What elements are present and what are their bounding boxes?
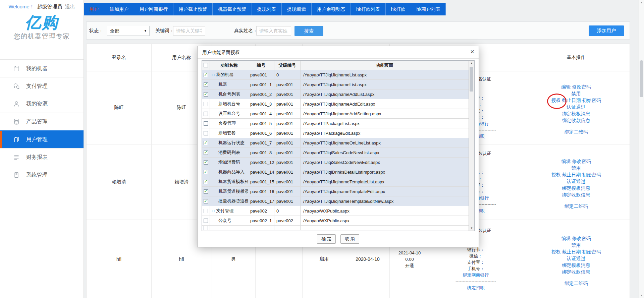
feature-name: 支付管理 — [216, 208, 233, 214]
row-checkbox[interactable] — [204, 82, 208, 87]
op-link[interactable]: 绑定二维码 — [522, 280, 630, 287]
system-icon — [13, 171, 20, 179]
op-link[interactable]: 认证通过 — [522, 104, 630, 110]
nav-tab-11[interactable]: hk商户列表 — [411, 3, 446, 15]
feature-code: pave001_6 — [248, 128, 274, 138]
row-checkbox[interactable] — [204, 226, 208, 230]
feature-code: pave001_4 — [248, 109, 274, 118]
row-checkbox[interactable] — [204, 209, 208, 213]
row-checkbox[interactable] — [204, 170, 208, 174]
scroll-down-icon[interactable]: ▼ — [469, 227, 474, 230]
feature-page: /Yaoyao/TTJiqiJiqinameAddList.aspx — [301, 90, 469, 99]
op-link[interactable]: 绑定二维码 — [522, 203, 630, 210]
parent-code: pave001 — [274, 109, 301, 118]
nav-tab-8[interactable]: 用户余额动态 — [312, 3, 351, 15]
welcome-text: Welcome！ — [8, 4, 34, 9]
page-scroll-up-icon[interactable]: ▲ — [639, 1, 644, 4]
feature-page: /Yaoyao/TTJiqiJiqinameList.aspx — [301, 70, 469, 79]
expire-line: 0.00 — [389, 256, 430, 262]
row-checkbox[interactable] — [204, 141, 208, 145]
sidebar-item-3[interactable]: 我的资源 — [0, 95, 84, 113]
scrollbar-thumb[interactable] — [470, 67, 473, 92]
op-link[interactable]: 绑定收款信息 — [522, 117, 630, 124]
login-name: 赖增清 — [87, 179, 151, 185]
nav-tab-7[interactable]: 提现编辑 — [282, 3, 312, 15]
sidebar-item-2[interactable]: 支付管理 — [0, 77, 84, 95]
cancel-button[interactable]: 取 消 — [340, 234, 359, 244]
close-icon[interactable]: × — [470, 46, 474, 58]
nav-tab-4[interactable]: 用户截止预警 — [173, 3, 213, 15]
nav-tab-3[interactable]: 用户网商银行 — [134, 3, 173, 15]
page-scrollbar-thumb[interactable] — [640, 60, 643, 97]
product-icon — [13, 118, 20, 125]
nav-tab-1[interactable]: 用户 — [84, 3, 104, 15]
row-checkbox[interactable] — [204, 112, 208, 116]
logout-link[interactable]: 退出 — [65, 4, 75, 9]
op-link[interactable]: 认证通过 — [522, 255, 630, 262]
nav-tab-10[interactable]: hk打款 — [386, 3, 411, 15]
op-link[interactable]: 授权 截止日期 初始密码 — [522, 248, 630, 255]
op-link[interactable]: 禁用 — [522, 90, 630, 97]
expire-line: 2021-04-10 — [389, 249, 430, 256]
ok-button[interactable]: 确 定 — [317, 234, 336, 244]
sidebar-item-7[interactable]: 系统管理 — [0, 166, 84, 184]
op-link[interactable]: 编辑 修改密码 — [522, 83, 630, 90]
op-link[interactable]: 编辑 修改密码 — [522, 158, 630, 165]
row-checkbox[interactable] — [204, 160, 208, 165]
op-link[interactable]: 认证通过 — [522, 178, 630, 185]
row-checkbox[interactable] — [204, 180, 208, 184]
start-date: 2020-04-10 — [346, 256, 389, 262]
nav-tab-9[interactable]: hk打款列表 — [351, 3, 386, 15]
op-link[interactable]: 禁用 — [522, 242, 630, 248]
op-link[interactable]: 编辑 修改密码 — [522, 235, 630, 242]
op-link[interactable]: 绑定模板消息 — [522, 262, 630, 269]
sidebar-item-6[interactable]: 财务报表 — [0, 148, 84, 166]
row-checkbox[interactable] — [204, 199, 208, 203]
sidebar-item-5[interactable]: 用户管理 — [0, 130, 84, 148]
sidebar-item-label: 支付管理 — [26, 83, 48, 90]
scroll-up-icon[interactable]: ▲ — [469, 62, 474, 65]
row-checkbox[interactable] — [204, 131, 208, 135]
row-checkbox[interactable] — [204, 73, 208, 77]
feature-name: 设置机台号 — [218, 111, 240, 117]
row-checkbox[interactable] — [204, 92, 208, 97]
nav-tab-2[interactable]: 添加用户 — [104, 3, 134, 15]
page-scroll-down-icon[interactable]: ▼ — [639, 294, 644, 297]
feature-code: pave001_5 — [248, 119, 274, 128]
op-link[interactable]: 授权 截止日期 初始密码 — [522, 97, 630, 104]
sidebar-item-1[interactable]: 我的机器 — [0, 59, 84, 77]
feature-page: /Yaoyao/TTJiqiSalesCodeNewEdit.aspx — [301, 158, 469, 167]
bind-link[interactable]: 绑定扫呗 — [430, 285, 522, 291]
sidebar-item-4[interactable]: 产品管理 — [0, 113, 84, 130]
collapse-icon[interactable]: ⊟ — [212, 73, 215, 77]
select-all-checkbox[interactable] — [204, 63, 208, 67]
row-checkbox[interactable] — [204, 102, 208, 106]
collapse-icon[interactable]: ⊟ — [212, 209, 215, 213]
search-button[interactable]: 搜索 — [294, 26, 323, 36]
sidebar-item-label: 系统管理 — [26, 172, 48, 179]
parent-code: pave001 — [274, 196, 301, 206]
op-link[interactable]: 绑定二维码 — [522, 128, 630, 135]
op-link[interactable]: 绑定收款信息 — [522, 269, 630, 275]
nav-tab-6[interactable]: 提现列表 — [252, 3, 282, 15]
status-select[interactable]: 全部 ▼ — [107, 26, 150, 36]
bind-link[interactable]: 绑定网商银行 — [430, 272, 522, 278]
row-checkbox[interactable] — [204, 121, 208, 126]
keyword-input[interactable] — [173, 26, 205, 36]
add-user-button[interactable]: 添加用户 — [589, 25, 624, 36]
op-link[interactable]: 绑定收款信息 — [522, 191, 630, 198]
op-link[interactable]: 绑定模板消息 — [522, 185, 630, 191]
op-link[interactable]: 绑定模板消息 — [522, 110, 630, 117]
op-link[interactable]: 授权 截止日期 初始密码 — [522, 171, 630, 178]
row-checkbox[interactable] — [204, 151, 208, 155]
nav-tab-5[interactable]: 机器截止预警 — [213, 3, 252, 15]
op-link[interactable]: 禁用 — [522, 165, 630, 171]
page-scrollbar[interactable]: ▲ ▼ — [639, 0, 644, 298]
feature-name: 机器货道模板添加 — [218, 188, 248, 194]
modal-scrollbar[interactable]: ▲ ▼ — [469, 61, 474, 231]
feature-code: pave002 — [248, 206, 274, 216]
authorize-link-circled[interactable]: 授权 — [551, 97, 561, 104]
row-checkbox[interactable] — [204, 189, 208, 194]
realname-input[interactable] — [256, 26, 291, 36]
row-checkbox[interactable] — [204, 219, 208, 223]
